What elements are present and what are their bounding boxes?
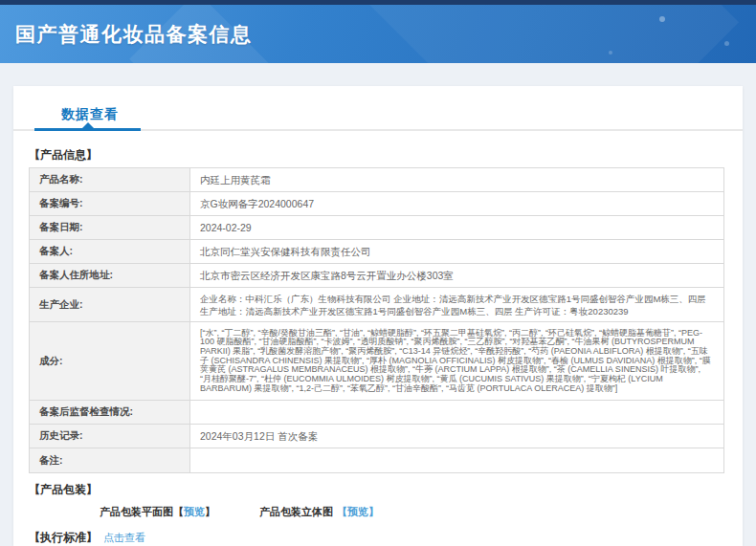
active-tab-underline	[34, 128, 141, 131]
row-label: 历史记录:	[30, 425, 190, 448]
row-label: 生产企业:	[30, 288, 190, 321]
packaging-flat-label: 产品包装平面图	[100, 506, 173, 517]
standard-section: 【执行标准】点击查看	[29, 530, 727, 546]
row-value	[190, 448, 723, 472]
row-label: 备案日期:	[30, 216, 190, 239]
packaging-flat-item: 产品包装平面图【预览】	[100, 505, 215, 519]
row-value: [“水”, “丁二醇”, “辛酸/癸酸甘油三酯”, “甘油”, “鲸蜡硬脂醇”,…	[190, 322, 723, 400]
packaging-stereo-item: 产品包装立体图【预览】	[259, 505, 379, 519]
table-row-filing-number: 备案编号: 京G妆网备字2024000647	[30, 192, 723, 216]
table-row-ingredients: 成分: [“水”, “丁二醇”, “辛酸/癸酸甘油三酯”, “甘油”, “鲸蜡硬…	[30, 322, 723, 401]
active-tab-caret-icon	[82, 122, 94, 128]
product-info-table: 产品名称: 内廷上用黄芪霜 备案编号: 京G妆网备字2024000647 备案日…	[29, 167, 724, 473]
table-row-registrant-address: 备案人住所地址: 北京市密云区经济开发区康宝路8号云开置业办公楼303室	[30, 264, 723, 288]
row-value: 京G妆网备字2024000647	[190, 192, 723, 215]
table-row-supervision: 备案后监督检查情况:	[30, 401, 723, 425]
table-row-registrant: 备案人: 北京同仁堂兴安保健科技有限责任公司	[30, 240, 723, 264]
bracket-close: 】	[368, 506, 379, 517]
content-card: 数据查看 【产品信息】 产品名称: 内廷上用黄芪霜 备案编号: 京G妆网备字20…	[13, 86, 743, 546]
row-value: 北京市密云区经济开发区康宝路8号云开置业办公楼303室	[190, 264, 723, 287]
row-value: 企业名称：中科汇乐（广东）生物科技有限公司 企业地址：清远高新技术产业开发区德宝…	[190, 288, 723, 321]
table-row-product-name: 产品名称: 内廷上用黄芪霜	[30, 168, 723, 192]
section-title-standard: 【执行标准】	[29, 531, 98, 544]
tab-data-view[interactable]: 数据查看	[61, 106, 119, 123]
packaging-stereo-label: 产品包装立体图	[259, 506, 333, 517]
row-label: 成分:	[30, 322, 190, 400]
table-row-remarks: 备注:	[30, 448, 723, 472]
row-value: 北京同仁堂兴安保健科技有限责任公司	[190, 240, 723, 263]
section-title-product-info: 【产品信息】	[29, 147, 727, 164]
row-label: 备注:	[30, 448, 190, 472]
table-row-filing-date: 备案日期: 2024-02-29	[30, 216, 723, 240]
packaging-stereo-preview-link[interactable]: 预览	[347, 506, 368, 517]
table-row-history: 历史记录: 2024年03月12日 首次备案	[30, 425, 723, 448]
standard-view-link[interactable]: 点击查看	[103, 532, 145, 543]
banner-dot-decoration	[724, 41, 729, 46]
bracket-close: 】	[205, 506, 215, 517]
banner-dot-decoration	[609, 51, 612, 55]
row-value	[190, 401, 723, 424]
bracket-open: 【	[337, 506, 347, 517]
row-label: 备案人:	[30, 240, 190, 263]
packaging-flat-preview-link[interactable]: 预览	[184, 506, 205, 517]
banner-dot-decoration	[659, 16, 665, 22]
packaging-links-row: 产品包装平面图【预览】 产品包装立体图【预览】	[29, 505, 727, 519]
page-header-banner: 国产普通化妆品备案信息	[0, 5, 756, 63]
tab-bar: 数据查看	[13, 86, 743, 131]
row-value: 内廷上用黄芪霜	[190, 168, 723, 191]
row-label: 备案编号:	[30, 192, 190, 215]
table-row-manufacturer: 生产企业: 企业名称：中科汇乐（广东）生物科技有限公司 企业地址：清远高新技术产…	[30, 288, 723, 322]
bracket-open: 【	[173, 506, 184, 517]
row-label: 产品名称:	[30, 168, 190, 191]
row-label: 备案后监督检查情况:	[30, 401, 190, 424]
section-title-packaging: 【产品包装】	[29, 482, 727, 498]
row-value: 2024-02-29	[190, 216, 723, 239]
row-value: 2024年03月12日 首次备案	[190, 425, 723, 448]
row-label: 备案人住所地址:	[30, 264, 190, 287]
